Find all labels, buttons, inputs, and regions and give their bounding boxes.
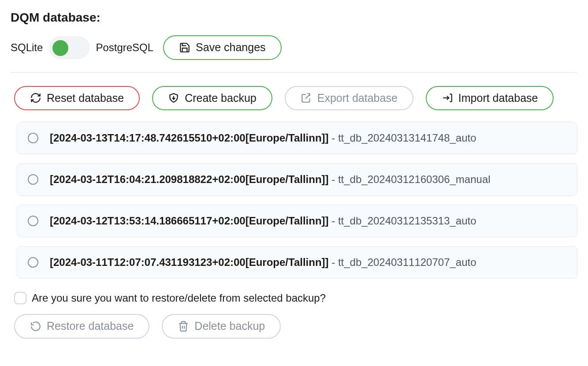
backup-item-text: [2024-03-12T16:04:21.209818822+02:00[Eur…	[50, 173, 491, 186]
confirm-label: Are you sure you want to restore/delete …	[32, 292, 326, 304]
save-changes-button[interactable]: Save changes	[163, 35, 281, 60]
backup-radio[interactable]	[28, 174, 38, 185]
confirm-checkbox[interactable]	[14, 292, 26, 304]
page-title: DQM database:	[11, 11, 577, 25]
backup-item[interactable]: [2024-03-13T14:17:48.742615510+02:00[Eur…	[17, 122, 577, 154]
db-option-postgresql: PostgreSQL	[96, 41, 153, 54]
reset-database-button[interactable]: Reset database	[14, 86, 140, 111]
trash-icon	[178, 321, 189, 332]
backup-name: tt_db_20240312135313_auto	[338, 215, 476, 227]
export-database-button[interactable]: Export database	[285, 86, 413, 111]
backup-list: [2024-03-13T14:17:48.742615510+02:00[Eur…	[17, 122, 577, 279]
backup-timestamp: [2024-03-12T13:53:14.186665117+02:00[Eur…	[50, 215, 329, 227]
toggle-knob	[52, 40, 68, 56]
backup-item-text: [2024-03-13T14:17:48.742615510+02:00[Eur…	[50, 132, 476, 144]
download-shield-icon	[168, 92, 179, 104]
save-changes-label: Save changes	[196, 41, 265, 54]
db-actions-row: Reset database Create backup Export data…	[14, 86, 577, 111]
backup-item-text: [2024-03-12T13:53:14.186665117+02:00[Eur…	[50, 215, 476, 227]
backup-radio[interactable]	[28, 133, 38, 143]
export-icon	[301, 92, 312, 104]
refresh-icon	[30, 92, 41, 104]
db-toggle-group: SQLite PostgreSQL	[11, 37, 153, 59]
reset-database-label: Reset database	[47, 92, 124, 105]
backup-item[interactable]: [2024-03-11T12:07:07.431193123+02:00[Eur…	[17, 246, 577, 279]
bottom-actions-row: Restore database Delete backup	[14, 314, 577, 339]
export-database-label: Export database	[317, 92, 398, 105]
backup-radio[interactable]	[28, 257, 38, 268]
backup-timestamp: [2024-03-11T12:07:07.431193123+02:00[Eur…	[50, 256, 329, 268]
restore-icon	[30, 321, 41, 332]
db-option-sqlite: SQLite	[11, 41, 43, 54]
backup-item[interactable]: [2024-03-12T13:53:14.186665117+02:00[Eur…	[17, 205, 577, 237]
restore-database-label: Restore database	[47, 320, 134, 332]
import-icon	[442, 92, 453, 104]
db-engine-toggle[interactable]	[49, 37, 89, 59]
import-database-label: Import database	[458, 92, 538, 105]
delete-backup-button[interactable]: Delete backup	[162, 314, 281, 339]
backup-item-text: [2024-03-11T12:07:07.431193123+02:00[Eur…	[50, 256, 476, 269]
confirm-row: Are you sure you want to restore/delete …	[14, 292, 577, 304]
backup-name: tt_db_20240312160306_manual	[338, 173, 491, 185]
backup-name: tt_db_20240311120707_auto	[338, 256, 476, 268]
create-backup-button[interactable]: Create backup	[152, 86, 272, 111]
backup-timestamp: [2024-03-12T16:04:21.209818822+02:00[Eur…	[50, 173, 329, 185]
backup-separator: -	[331, 215, 338, 227]
backup-separator: -	[331, 173, 338, 185]
backup-item[interactable]: [2024-03-12T16:04:21.209818822+02:00[Eur…	[17, 163, 577, 196]
save-icon	[179, 42, 190, 53]
backup-name: tt_db_20240313141748_auto	[338, 132, 476, 144]
backup-radio[interactable]	[28, 216, 38, 226]
delete-backup-label: Delete backup	[194, 320, 265, 332]
import-database-button[interactable]: Import database	[426, 86, 554, 111]
backup-separator: -	[331, 256, 338, 268]
restore-database-button[interactable]: Restore database	[14, 314, 149, 339]
create-backup-label: Create backup	[185, 92, 257, 105]
backup-separator: -	[331, 132, 338, 144]
db-settings-row: SQLite PostgreSQL Save changes	[11, 35, 577, 73]
backup-timestamp: [2024-03-13T14:17:48.742615510+02:00[Eur…	[50, 132, 329, 144]
